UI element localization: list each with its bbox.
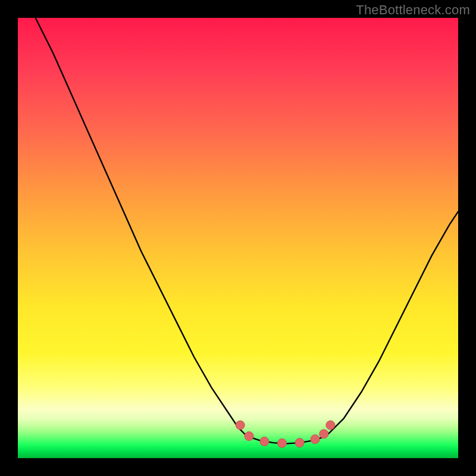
bottleneck-curve (36, 18, 458, 444)
trough-marker (320, 430, 328, 439)
curve-left-branch (36, 18, 247, 436)
trough-marker (295, 439, 304, 447)
watermark-text: TheBottleneck.com (356, 2, 470, 18)
trough-marker (278, 439, 287, 447)
curve-layer (18, 18, 458, 458)
trough-marker (260, 437, 269, 446)
trough-marker (326, 421, 335, 430)
trough-marker (236, 421, 245, 430)
trough-marker (245, 432, 253, 441)
chart-stage: TheBottleneck.com (0, 0, 476, 476)
trough-marker (311, 435, 320, 444)
trough-markers (236, 421, 335, 447)
plot-area (18, 18, 458, 458)
curve-right-branch (326, 212, 458, 436)
